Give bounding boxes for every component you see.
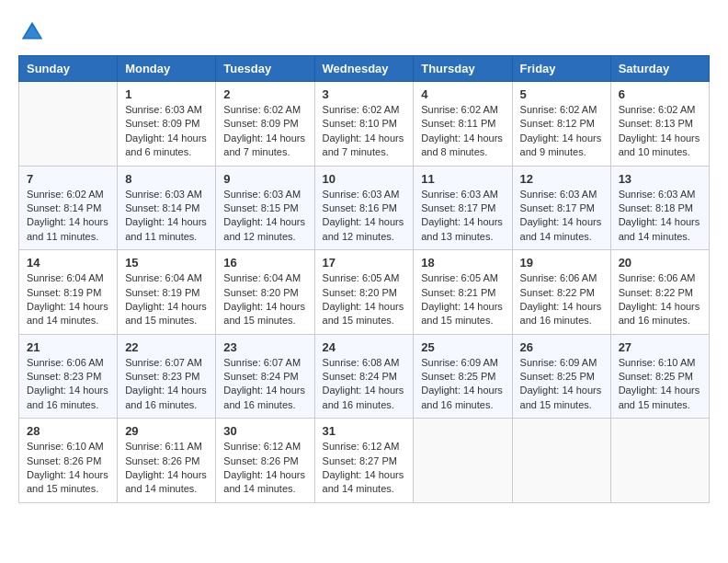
sunset-text: Sunset: 8:15 PM [223,202,298,213]
sunset-text: Sunset: 8:26 PM [125,455,199,466]
sunrise-text: Sunrise: 6:03 AM [323,189,400,200]
sunset-text: Sunset: 8:20 PM [223,287,298,298]
daylight-text: Daylight: 14 hours and 13 minutes. [421,216,503,241]
calendar-cell: 3Sunrise: 6:02 AMSunset: 8:10 PMDaylight… [314,82,414,167]
daylight-text: Daylight: 14 hours and 15 minutes. [421,301,503,326]
daylight-text: Daylight: 14 hours and 16 minutes. [223,385,305,409]
sunrise-text: Sunrise: 6:02 AM [619,104,696,115]
page-header [18,18,710,46]
daylight-text: Daylight: 14 hours and 14 minutes. [323,469,404,494]
sunrise-text: Sunrise: 6:05 AM [323,272,400,283]
calendar-cell: 6Sunrise: 6:02 AMSunset: 8:13 PMDaylight… [610,82,709,167]
sunset-text: Sunset: 8:24 PM [223,371,298,382]
sunrise-text: Sunrise: 6:03 AM [125,104,202,115]
sunrise-text: Sunrise: 6:06 AM [619,272,696,283]
calendar-cell [414,419,512,503]
day-info: Sunrise: 6:03 AMSunset: 8:14 PMDaylight:… [125,188,208,245]
daylight-text: Daylight: 14 hours and 15 minutes. [223,301,305,326]
sunset-text: Sunset: 8:26 PM [27,455,101,466]
calendar-cell: 9Sunrise: 6:03 AMSunset: 8:15 PMDaylight… [216,166,314,250]
day-number: 7 [27,172,109,186]
daylight-text: Daylight: 14 hours and 14 minutes. [27,301,108,326]
daylight-text: Daylight: 14 hours and 15 minutes. [520,385,602,409]
day-info: Sunrise: 6:02 AMSunset: 8:12 PMDaylight:… [520,103,603,160]
day-number: 1 [125,87,208,101]
day-info: Sunrise: 6:04 AMSunset: 8:19 PMDaylight:… [125,271,208,328]
day-info: Sunrise: 6:02 AMSunset: 8:13 PMDaylight:… [619,103,701,160]
day-of-week-header: Wednesday [314,56,414,82]
sunset-text: Sunset: 8:14 PM [125,202,199,213]
daylight-text: Daylight: 14 hours and 14 minutes. [619,216,700,241]
day-number: 9 [223,172,306,186]
day-info: Sunrise: 6:12 AMSunset: 8:26 PMDaylight:… [223,440,306,497]
calendar-cell: 4Sunrise: 6:02 AMSunset: 8:11 PMDaylight… [414,82,512,167]
calendar-cell: 8Sunrise: 6:03 AMSunset: 8:14 PMDaylight… [118,166,216,250]
day-of-week-header: Sunday [19,56,118,82]
sunrise-text: Sunrise: 6:09 AM [421,357,498,368]
daylight-text: Daylight: 14 hours and 14 minutes. [125,469,207,494]
calendar-cell: 13Sunrise: 6:03 AMSunset: 8:18 PMDayligh… [610,166,709,250]
calendar-week-row: 14Sunrise: 6:04 AMSunset: 8:19 PMDayligh… [19,250,710,335]
calendar-cell: 23Sunrise: 6:07 AMSunset: 8:24 PMDayligh… [216,334,314,419]
sunset-text: Sunset: 8:23 PM [27,371,101,382]
sunset-text: Sunset: 8:25 PM [520,371,595,382]
day-info: Sunrise: 6:08 AMSunset: 8:24 PMDaylight:… [323,356,406,413]
sunrise-text: Sunrise: 6:04 AM [223,272,301,283]
sunrise-text: Sunrise: 6:11 AM [125,441,202,452]
day-number: 3 [323,87,406,101]
sunset-text: Sunset: 8:11 PM [421,118,495,129]
day-number: 6 [619,87,701,101]
daylight-text: Daylight: 14 hours and 14 minutes. [223,469,305,494]
calendar-cell: 28Sunrise: 6:10 AMSunset: 8:26 PMDayligh… [19,419,118,503]
calendar-cell: 11Sunrise: 6:03 AMSunset: 8:17 PMDayligh… [414,166,512,250]
calendar-cell: 7Sunrise: 6:02 AMSunset: 8:14 PMDaylight… [19,166,118,250]
sunrise-text: Sunrise: 6:10 AM [27,441,104,452]
daylight-text: Daylight: 14 hours and 11 minutes. [27,216,108,241]
sunset-text: Sunset: 8:17 PM [421,202,495,213]
sunset-text: Sunset: 8:26 PM [223,455,298,466]
calendar-cell: 17Sunrise: 6:05 AMSunset: 8:20 PMDayligh… [314,250,414,335]
sunrise-text: Sunrise: 6:06 AM [27,357,104,368]
calendar-cell: 19Sunrise: 6:06 AMSunset: 8:22 PMDayligh… [512,250,610,335]
sunrise-text: Sunrise: 6:03 AM [421,189,498,200]
sunrise-text: Sunrise: 6:06 AM [520,272,597,283]
daylight-text: Daylight: 14 hours and 15 minutes. [323,301,404,326]
calendar-cell: 30Sunrise: 6:12 AMSunset: 8:26 PMDayligh… [216,419,314,503]
day-number: 26 [520,340,603,354]
day-info: Sunrise: 6:09 AMSunset: 8:25 PMDaylight:… [520,356,603,413]
day-info: Sunrise: 6:02 AMSunset: 8:09 PMDaylight:… [223,103,306,160]
sunset-text: Sunset: 8:22 PM [520,287,595,298]
sunset-text: Sunset: 8:25 PM [619,371,693,382]
calendar-cell: 27Sunrise: 6:10 AMSunset: 8:25 PMDayligh… [610,334,709,419]
day-number: 11 [421,172,504,186]
calendar-table: SundayMondayTuesdayWednesdayThursdayFrid… [18,55,710,503]
daylight-text: Daylight: 14 hours and 12 minutes. [223,216,305,241]
sunset-text: Sunset: 8:10 PM [323,118,397,129]
day-info: Sunrise: 6:05 AMSunset: 8:21 PMDaylight:… [421,271,504,328]
sunrise-text: Sunrise: 6:07 AM [223,357,301,368]
sunrise-text: Sunrise: 6:02 AM [223,104,301,115]
sunrise-text: Sunrise: 6:02 AM [421,104,498,115]
calendar-cell [610,419,709,503]
sunrise-text: Sunrise: 6:12 AM [323,441,400,452]
day-number: 12 [520,172,603,186]
sunset-text: Sunset: 8:22 PM [619,287,693,298]
calendar-week-row: 1Sunrise: 6:03 AMSunset: 8:09 PMDaylight… [19,82,710,167]
calendar-cell: 16Sunrise: 6:04 AMSunset: 8:20 PMDayligh… [216,250,314,335]
day-info: Sunrise: 6:02 AMSunset: 8:14 PMDaylight:… [27,188,109,245]
day-of-week-header: Monday [118,56,216,82]
day-of-week-header: Friday [512,56,610,82]
daylight-text: Daylight: 14 hours and 14 minutes. [520,216,602,241]
calendar-cell: 1Sunrise: 6:03 AMSunset: 8:09 PMDaylight… [118,82,216,167]
day-number: 24 [323,340,406,354]
day-number: 20 [619,256,701,270]
day-info: Sunrise: 6:11 AMSunset: 8:26 PMDaylight:… [125,440,208,497]
daylight-text: Daylight: 14 hours and 16 minutes. [520,301,602,326]
sunrise-text: Sunrise: 6:04 AM [27,272,104,283]
sunset-text: Sunset: 8:17 PM [520,202,595,213]
calendar-cell: 29Sunrise: 6:11 AMSunset: 8:26 PMDayligh… [118,419,216,503]
day-of-week-header: Tuesday [216,56,314,82]
sunrise-text: Sunrise: 6:03 AM [619,189,696,200]
daylight-text: Daylight: 14 hours and 12 minutes. [323,216,404,241]
sunrise-text: Sunrise: 6:02 AM [27,189,104,200]
